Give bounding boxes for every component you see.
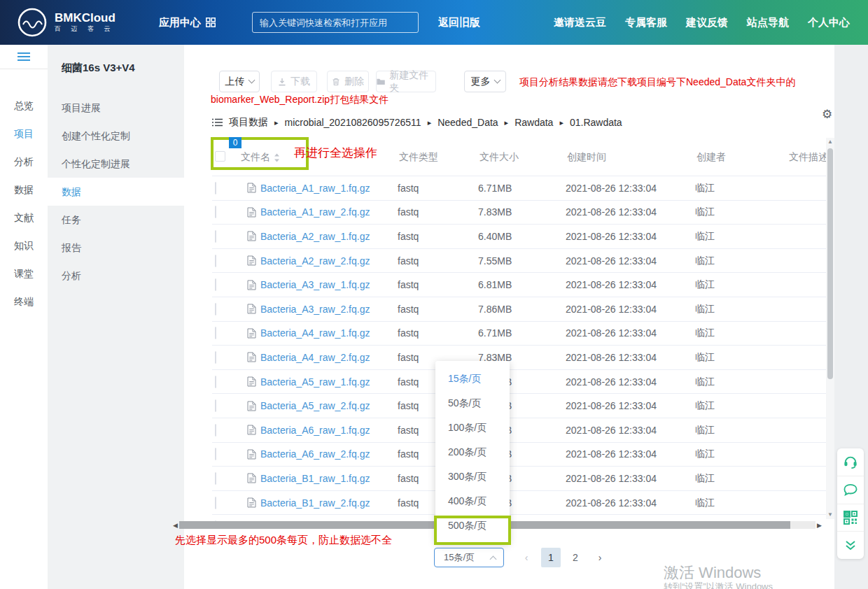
select-all-checkbox[interactable] [215,151,225,162]
back-to-old-link[interactable]: 返回旧版 [438,16,480,29]
row-checkbox[interactable] [215,424,216,437]
project-menu-item-创建个性化定制[interactable]: 创建个性化定制 [48,122,184,150]
row-checkbox[interactable] [215,278,216,291]
sidebar-item-项目[interactable]: 项目 [0,120,48,148]
breadcrumb-item[interactable]: Rawdata [514,117,553,128]
row-checkbox[interactable] [215,399,216,412]
header-nav-link[interactable]: 建议反馈 [686,16,728,29]
column-filetype[interactable]: 文件类型 [399,151,438,164]
file-link[interactable]: Bacteria_B1_raw_1.fq.gz [260,473,370,484]
sidebar-item-总览[interactable]: 总览 [0,92,48,120]
scroll-up-arrow-icon[interactable]: ▲ [827,138,833,146]
column-filename[interactable]: 文件名 [241,151,280,164]
vertical-scroll-thumb[interactable] [827,148,833,379]
row-checkbox[interactable] [215,182,216,194]
breadcrumb-item[interactable]: Needed_Data [438,117,498,128]
file-link[interactable]: Bacteria_A5_raw_2.fq.gz [260,400,370,411]
file-link[interactable]: Bacteria_A4_raw_2.fq.gz [260,352,370,363]
header-nav-link[interactable]: 站点导航 [747,16,789,29]
scroll-down-arrow-icon[interactable]: ▼ [827,511,833,519]
customer-service-button[interactable] [837,448,864,476]
download-button[interactable]: 下载 [271,71,317,92]
breadcrumb-item[interactable]: microbial_20210826095726511 [285,117,421,128]
project-menu-item-个性化定制进展[interactable]: 个性化定制进展 [48,150,184,178]
sidebar-item-终端[interactable]: 终端 [0,288,48,316]
page-size-option[interactable]: 400条/页 [435,489,510,513]
project-menu-item-分析[interactable]: 分析 [48,262,184,290]
page-button-1[interactable]: 1 [541,548,561,567]
sidebar-item-数据[interactable]: 数据 [0,176,48,204]
upload-button[interactable]: 上传 [219,71,260,92]
scroll-right-arrow-icon[interactable]: ▶ [816,522,823,529]
file-link[interactable]: Bacteria_A2_raw_1.fq.gz [260,231,370,242]
chat-button[interactable] [837,476,864,504]
column-created[interactable]: 创建时间 [567,151,606,164]
file-link[interactable]: Bacteria_A6_raw_2.fq.gz [260,448,370,460]
page-size-option[interactable]: 500条/页 [435,513,510,538]
page-size-option[interactable]: 100条/页 [435,416,510,440]
sidebar-item-分析[interactable]: 分析 [0,148,48,176]
file-link[interactable]: Bacteria_A2_raw_2.fq.gz [260,255,370,267]
sort-icon[interactable] [274,153,280,162]
creator-cell: 临江 [695,278,790,291]
row-checkbox[interactable] [215,472,216,485]
file-link[interactable]: Bacteria_A3_raw_1.fq.gz [260,279,370,290]
sidebar-item-文献[interactable]: 文献 [0,204,48,232]
breadcrumb-root[interactable]: 项目数据 [229,116,268,129]
prev-page-button[interactable]: ‹ [517,548,536,567]
sidebar-toggle-button[interactable] [0,45,48,69]
file-link[interactable]: Bacteria_A3_raw_2.fq.gz [260,304,370,315]
file-link[interactable]: Bacteria_A1_raw_2.fq.gz [260,206,370,218]
page-size-option[interactable]: 200条/页 [435,440,510,464]
header-nav-link[interactable]: 专属客服 [625,16,667,29]
row-check-cell [212,304,247,315]
sidebar-item-课堂[interactable]: 课堂 [0,260,48,288]
page-size-option[interactable]: 15条/页 [435,367,510,391]
column-description[interactable]: 文件描述 [789,151,826,164]
filename-cell: Bacteria_A1_raw_1.fq.gz [247,183,398,194]
search-input[interactable] [252,12,419,33]
row-checkbox[interactable] [215,376,216,388]
project-menu-item-任务[interactable]: 任务 [48,206,184,234]
delete-button[interactable]: 删除 [327,71,369,92]
column-creator[interactable]: 创建者 [696,151,726,164]
collapse-button[interactable] [837,532,864,559]
row-checkbox[interactable] [215,448,216,460]
page-size-option[interactable]: 50条/页 [435,391,510,416]
vertical-scrollbar[interactable]: ▲ ▼ [826,138,834,519]
row-checkbox[interactable] [215,327,216,339]
new-folder-button[interactable]: 新建文件夹 [376,71,436,92]
breadcrumb-separator-icon: ▸ [428,118,432,127]
row-checkbox[interactable] [215,303,216,315]
row-checkbox[interactable] [215,497,216,509]
header-nav-link[interactable]: 邀请送云豆 [554,16,606,29]
more-button[interactable]: 更多 [464,71,506,92]
file-link[interactable]: Bacteria_A4_raw_1.fq.gz [260,327,370,339]
breadcrumb-item[interactable]: 01.Rawdata [570,117,622,128]
next-page-button[interactable]: › [590,548,610,567]
page-button-2[interactable]: 2 [566,548,585,567]
app-center-button[interactable]: 应用中心 [159,16,216,29]
project-menu-item-项目进展[interactable]: 项目进展 [48,94,184,122]
row-checkbox[interactable] [215,206,216,218]
sidebar-item-知识[interactable]: 知识 [0,232,48,260]
scroll-left-arrow-icon[interactable]: ◀ [172,522,179,529]
file-link[interactable]: Bacteria_A6_raw_1.fq.gz [260,425,370,436]
brand-logo[interactable]: BMKCloud 百 迈 客 云 [17,7,115,38]
qr-code-button[interactable] [837,504,864,532]
table-row: Bacteria_B1_raw_2.fq.gz fastq 7.86MB 202… [212,491,826,516]
header-nav-link[interactable]: 个人中心 [808,16,850,29]
file-link[interactable]: Bacteria_A1_raw_1.fq.gz [260,183,370,194]
row-checkbox[interactable] [215,255,216,267]
row-checkbox[interactable] [215,230,216,243]
project-menu-item-报告[interactable]: 报告 [48,234,184,262]
page-size-option[interactable]: 300条/页 [435,464,510,489]
table-row: Bacteria_A3_raw_2.fq.gz fastq 7.86MB 202… [212,297,826,322]
page-size-select[interactable]: 15条/页 [434,548,504,567]
project-menu-item-数据[interactable]: 数据 [48,178,184,206]
file-link[interactable]: Bacteria_B1_raw_2.fq.gz [260,497,370,509]
file-link[interactable]: Bacteria_A5_raw_1.fq.gz [260,376,370,388]
gear-icon[interactable]: ⚙ [822,107,832,122]
column-filesize[interactable]: 文件大小 [479,151,519,164]
row-checkbox[interactable] [215,351,216,364]
